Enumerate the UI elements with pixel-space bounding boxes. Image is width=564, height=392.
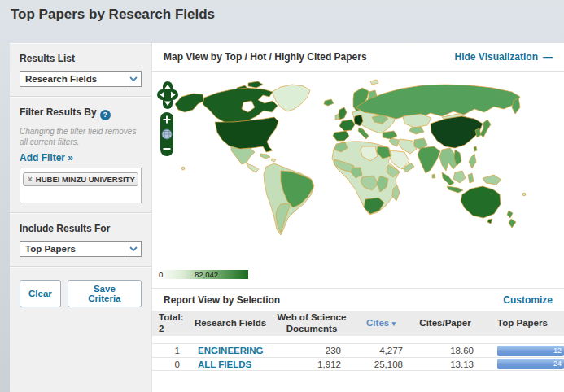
- documents-value: 1,912: [271, 359, 352, 369]
- zoom-globe-icon: [162, 129, 172, 139]
- main-panel: Map View by Top / Hot / Highly Cited Pap…: [152, 43, 564, 392]
- filter-box: × HUBEI MINZU UNIVERSITY: [20, 168, 142, 203]
- column-header-top-papers[interactable]: Top Papers: [481, 316, 564, 330]
- page-title: Top Papers by Research Fields: [11, 7, 215, 23]
- report-title: Report View by Selection: [164, 294, 280, 306]
- documents-value: 230: [271, 346, 352, 355]
- report-section: Report View by Selection Customize Total…: [152, 288, 564, 392]
- results-list-selected: Research Fields: [20, 74, 125, 84]
- world-map-choropleth[interactable]: [152, 72, 564, 275]
- top-papers-bar: 24: [497, 359, 564, 369]
- table-header-row: Total: 2 Research Fields Web of Science …: [152, 311, 564, 336]
- report-header: Report View by Selection Customize: [152, 289, 564, 311]
- cites-per-paper-value: 13.13: [409, 359, 481, 369]
- include-results-label: Include Results For: [20, 223, 142, 234]
- map-color-legend: 0 82,042: [157, 270, 248, 279]
- add-filter-link[interactable]: Add Filter »: [20, 152, 142, 163]
- table-row: 1 ENGINEERING 230 4,277 18.60 12: [152, 343, 564, 357]
- app-panel: Results List Research Fields Filter Resu…: [10, 43, 564, 392]
- table-row: 0 ALL FIELDS 1,912 25,108 13.13 24: [152, 357, 564, 371]
- map-view-title: Map View by Top / Hot / Highly Cited Pap…: [164, 51, 367, 63]
- cites-value: 25,108: [352, 359, 409, 369]
- chevron-down-icon[interactable]: [125, 72, 141, 86]
- save-criteria-button[interactable]: Save Criteria: [68, 280, 142, 307]
- table-spacer: [152, 336, 564, 343]
- row-rank: 1: [152, 346, 190, 355]
- sidebar: Results List Research Fields Filter Resu…: [10, 43, 152, 392]
- filter-note: Changing the filter field removes all cu…: [20, 126, 142, 147]
- include-results-dropdown[interactable]: Top Papers: [20, 241, 142, 257]
- column-header-documents[interactable]: Web of Science Documents: [271, 311, 352, 335]
- column-header-cites-per-paper[interactable]: Cites/Paper: [409, 316, 481, 330]
- research-field-link[interactable]: ENGINEERING: [190, 346, 271, 355]
- clear-button[interactable]: Clear: [20, 280, 61, 307]
- help-icon[interactable]: ?: [100, 110, 111, 120]
- top-papers-bar: 12: [497, 346, 564, 356]
- research-field-link[interactable]: ALL FIELDS: [190, 359, 271, 369]
- sort-descending-icon: ▾: [391, 320, 396, 328]
- include-results-section: Include Results For Top Papers: [10, 213, 151, 267]
- results-list-dropdown[interactable]: Research Fields: [20, 71, 142, 87]
- cites-per-paper-value: 18.60: [409, 346, 481, 355]
- map-pan-control[interactable]: [157, 81, 178, 109]
- customize-link[interactable]: Customize: [503, 294, 553, 306]
- chevron-down-icon[interactable]: [125, 242, 141, 256]
- include-results-selected: Top Papers: [20, 244, 125, 254]
- legend-max-value: 82,042: [195, 270, 218, 279]
- legend-min-value: 0: [159, 270, 163, 279]
- filter-tag[interactable]: × HUBEI MINZU UNIVERSITY: [23, 172, 138, 186]
- map-visualization: 0 82,042: [152, 72, 564, 288]
- filter-label: Filter Results By?: [20, 107, 142, 120]
- hide-visualization-link[interactable]: Hide Visualization—: [455, 51, 553, 63]
- column-header-cites-sorted[interactable]: Cites ▾: [352, 316, 409, 330]
- cites-value: 4,277: [352, 346, 409, 355]
- filter-tag-label: HUBEI MINZU UNIVERSITY: [36, 175, 135, 184]
- collapse-icon[interactable]: —: [543, 51, 553, 63]
- column-header-research-fields[interactable]: Research Fields: [190, 316, 271, 330]
- remove-filter-icon[interactable]: ×: [28, 175, 33, 184]
- results-list-label: Results List: [20, 53, 142, 64]
- filter-section: Filter Results By? Changing the filter f…: [10, 97, 151, 213]
- map-header: Map View by Top / Hot / Highly Cited Pap…: [152, 43, 564, 72]
- total-count-label: Total: 2: [152, 311, 190, 335]
- map-zoom-control[interactable]: [160, 112, 173, 156]
- row-rank: 0: [152, 359, 190, 369]
- actions-section: Clear Save Criteria: [10, 267, 151, 316]
- results-list-section: Results List Research Fields: [10, 43, 151, 97]
